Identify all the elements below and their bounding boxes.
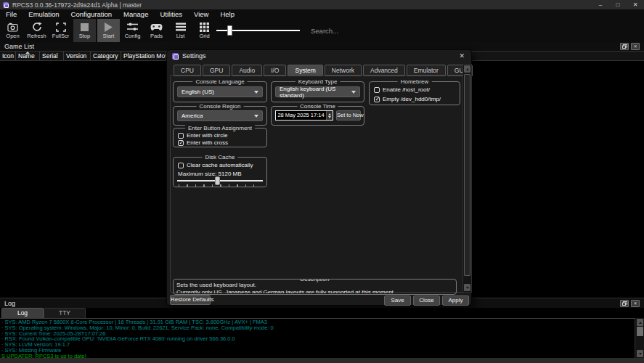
- console-region-value: America: [182, 113, 203, 119]
- list-view-button[interactable]: List: [169, 19, 192, 42]
- fullscreen-icon: [56, 22, 66, 32]
- checkbox-checked-icon[interactable]: [374, 97, 380, 102]
- column-category[interactable]: Category: [91, 52, 121, 60]
- list-icon: [176, 22, 186, 32]
- scroll-down-icon[interactable]: [464, 284, 470, 291]
- column-name[interactable]: Name: [16, 52, 40, 60]
- menu-manage[interactable]: Manage: [118, 9, 154, 19]
- log-panel-title: Log: [4, 300, 15, 307]
- close-panel-icon[interactable]: ✕: [631, 300, 640, 307]
- console-language-group: Console Language English (US): [173, 81, 267, 102]
- scrollbar-thumb[interactable]: [464, 74, 470, 276]
- settings-dialog-icon: [172, 53, 179, 60]
- column-icon[interactable]: Icon: [0, 52, 16, 60]
- apply-button[interactable]: Apply: [442, 295, 469, 306]
- toolbar: Open Refresh FullScr Stop Start: [0, 19, 644, 42]
- tab-log[interactable]: Log: [1, 308, 44, 318]
- save-button[interactable]: Save: [384, 295, 411, 306]
- stop-icon: [81, 22, 89, 32]
- menu-help[interactable]: Help: [214, 9, 240, 19]
- column-playstation-move[interactable]: PlayStation Move: [121, 52, 166, 60]
- checkbox-unchecked-icon[interactable]: [178, 133, 184, 139]
- menu-emulation[interactable]: Emulation: [23, 9, 65, 19]
- keyboard-type-dropdown[interactable]: English keyboard (US standard): [275, 86, 360, 97]
- log-line: · RSX: Found Vulkan-compatible GPU: 'NVI…: [1, 336, 635, 342]
- slider-ticks: [179, 184, 261, 187]
- fullscr-label: Refresh: [27, 33, 46, 39]
- enter-with-cross-row[interactable]: Enter with cross: [178, 139, 264, 147]
- keyboard-type-group: Keyboard Type English keyboard (US stand…: [271, 81, 364, 102]
- empty-tmp-checkbox-row[interactable]: Empty /dev_hdd0/tmp/: [374, 95, 457, 103]
- menu-configuration[interactable]: Configuration: [65, 9, 118, 19]
- search-input[interactable]: [311, 25, 420, 36]
- set-to-now-button[interactable]: Set to Now: [336, 110, 361, 121]
- console-language-dropdown[interactable]: English (US): [177, 86, 263, 97]
- minimize-icon[interactable]: –: [592, 0, 609, 9]
- log-output[interactable]: · SYS: AMD Ryzen 7 5800X 8-Core Processo…: [0, 318, 635, 358]
- window-controls: – □ ✕: [592, 0, 644, 9]
- log-scrollbar[interactable]: [635, 318, 644, 358]
- close-panel-icon[interactable]: ✕: [631, 43, 640, 50]
- menu-file[interactable]: File: [0, 9, 23, 19]
- close-button[interactable]: Close: [413, 295, 440, 306]
- keyboard-type-group-title: Keyboard Type: [295, 78, 341, 85]
- open-button[interactable]: Open: [1, 19, 24, 42]
- console-region-dropdown[interactable]: America: [177, 110, 263, 121]
- checkbox-unchecked-icon[interactable]: [374, 87, 380, 93]
- settings-dialog-titlebar[interactable]: Settings ✕: [167, 50, 471, 62]
- float-panel-icon[interactable]: [620, 300, 629, 307]
- settings-dialog: Settings ✕ CPU GPU Audio I/O System Netw…: [166, 49, 472, 306]
- slider-handle[interactable]: [227, 25, 232, 36]
- close-icon[interactable]: ✕: [627, 0, 644, 9]
- clear-cache-row[interactable]: Clear cache automatically: [178, 161, 264, 169]
- pads-button[interactable]: Pads: [145, 19, 168, 42]
- console-language-group-title: Console Language: [192, 78, 247, 85]
- scrollbar-thumb[interactable]: [637, 327, 643, 336]
- scroll-up-icon[interactable]: [464, 65, 470, 73]
- spin-down-icon[interactable]: [328, 116, 331, 118]
- maximize-icon[interactable]: □: [609, 0, 627, 9]
- spin-up-icon[interactable]: [328, 113, 331, 115]
- checkbox-checked-icon[interactable]: [178, 140, 184, 146]
- enter-button-group-title: Enter Button Assignment: [185, 125, 255, 131]
- console-time-value[interactable]: 28 May 2025 17:14: [276, 111, 326, 120]
- window-title: RPCS3 0.0.36-17972-2d9a24d1 Alpha | mast…: [12, 1, 142, 9]
- menu-view[interactable]: View: [188, 9, 214, 19]
- enable-host-root-checkbox-row[interactable]: Enable /host_root/: [374, 86, 457, 94]
- console-time-field[interactable]: 28 May 2025 17:14: [275, 110, 333, 121]
- settings-scrollbar[interactable]: [462, 64, 472, 293]
- stop-button[interactable]: Stop: [73, 19, 96, 42]
- grid-view-button[interactable]: Grid: [193, 19, 216, 42]
- column-serial[interactable]: Serial: [40, 52, 64, 60]
- settings-dialog-title: Settings: [182, 52, 206, 60]
- scroll-up-icon[interactable]: [637, 319, 643, 326]
- config-icon: [127, 22, 138, 32]
- scroll-down-icon[interactable]: [637, 350, 643, 357]
- time-spinner[interactable]: [326, 111, 333, 120]
- clear-cache-label: Clear cache automatically: [187, 162, 253, 168]
- tab-tty[interactable]: TTY: [44, 308, 86, 318]
- config-button[interactable]: Config: [121, 19, 144, 42]
- homebrew-group: Homebrew Enable /host_root/ Empty /dev_h…: [369, 81, 460, 105]
- checkbox-unchecked-icon[interactable]: [178, 163, 184, 168]
- menu-utilities[interactable]: Utilities: [154, 9, 188, 19]
- chevron-down-icon: [254, 91, 258, 94]
- log-line: · SYS: Missing Firmware: [1, 348, 635, 354]
- refresh-button[interactable]: Refresh: [25, 19, 48, 42]
- float-panel-icon[interactable]: [620, 43, 629, 50]
- column-version[interactable]: Version: [64, 52, 91, 60]
- menubar: File Emulation Configuration Manage Util…: [0, 9, 644, 19]
- empty-tmp-label: Empty /dev_hdd0/tmp/: [383, 96, 441, 102]
- cache-size-slider[interactable]: [177, 179, 263, 183]
- icon-size-slider[interactable]: [216, 19, 300, 42]
- window-titlebar: RPCS3 0.0.36-17972-2d9a24d1 Alpha | mast…: [0, 0, 644, 9]
- homebrew-group-title: Homebrew: [398, 78, 432, 85]
- fullscreen-button[interactable]: FullScr: [49, 19, 72, 42]
- start-button[interactable]: Start: [97, 19, 120, 42]
- description-group: Description Sets the used keyboard layou…: [173, 279, 457, 295]
- settings-close-icon[interactable]: ✕: [459, 52, 465, 60]
- enter-button-assignment-group: Enter Button Assignment Enter with circl…: [173, 128, 267, 147]
- restore-defaults-button[interactable]: Restore Defaults: [170, 295, 211, 305]
- log-line: · SYS: LLVM version: 19.1.7: [1, 342, 635, 348]
- console-language-value: English (US): [182, 89, 214, 95]
